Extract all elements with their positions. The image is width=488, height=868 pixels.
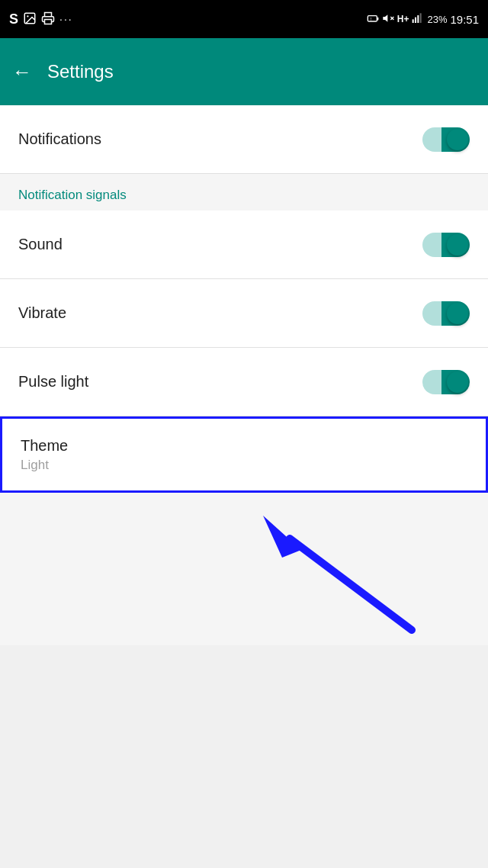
status-bar: S ··· ! <box>0 0 488 38</box>
print-icon <box>41 11 55 27</box>
svg-rect-10 <box>415 17 416 22</box>
annotation-arrow <box>0 493 488 645</box>
s-app-icon: S <box>9 11 18 27</box>
sound-label: Sound <box>18 236 63 253</box>
toggle-thumb-sound <box>447 234 468 256</box>
signal-icon <box>412 12 424 27</box>
toggle-thumb-notifications <box>447 129 468 150</box>
battery-alert-icon: ! <box>367 12 379 27</box>
svg-marker-6 <box>383 14 387 21</box>
svg-marker-14 <box>263 516 301 558</box>
notification-signals-header: Notification signals <box>18 188 127 202</box>
theme-row[interactable]: Theme Light <box>0 416 488 493</box>
page-title: Settings <box>47 61 114 82</box>
sound-row[interactable]: Sound <box>0 211 488 279</box>
notifications-label: Notifications <box>18 130 101 148</box>
image-icon <box>23 11 37 27</box>
notifications-toggle[interactable] <box>422 127 470 152</box>
svg-rect-12 <box>420 13 422 23</box>
vibrate-row[interactable]: Vibrate <box>0 279 488 348</box>
toggle-thumb-pulse-light <box>447 371 468 393</box>
annotation-area <box>0 493 488 645</box>
settings-content: Notifications Notification signals Sound… <box>0 105 488 645</box>
vibrate-toggle[interactable] <box>422 301 470 326</box>
status-icons-left: S ··· <box>9 11 73 27</box>
more-icon: ··· <box>59 13 73 25</box>
pulse-light-toggle[interactable] <box>422 370 470 394</box>
toggle-thumb-vibrate <box>447 303 468 324</box>
svg-rect-3 <box>368 15 377 21</box>
svg-rect-2 <box>45 19 52 24</box>
vibrate-label: Vibrate <box>18 304 66 322</box>
svg-rect-9 <box>413 19 414 23</box>
notification-signals-section: Notification signals <box>0 174 488 211</box>
volume-mute-icon <box>382 12 394 27</box>
network-hplus-icon: H+ <box>397 14 409 24</box>
theme-value: Light <box>21 458 467 473</box>
svg-rect-11 <box>418 15 419 23</box>
time-display: 19:51 <box>450 13 479 26</box>
sound-toggle[interactable] <box>422 233 470 257</box>
notifications-row[interactable]: Notifications <box>0 105 488 174</box>
pulse-light-label: Pulse light <box>18 373 88 391</box>
theme-label: Theme <box>21 437 467 455</box>
pulse-light-row[interactable]: Pulse light <box>0 348 488 416</box>
svg-point-1 <box>27 15 28 17</box>
back-button[interactable]: ← <box>12 60 32 84</box>
battery-icon: 23% <box>427 14 447 25</box>
svg-line-13 <box>290 538 412 630</box>
status-icons-right: ! H+ 23% 19:51 <box>367 12 479 27</box>
app-bar: ← Settings <box>0 38 488 105</box>
